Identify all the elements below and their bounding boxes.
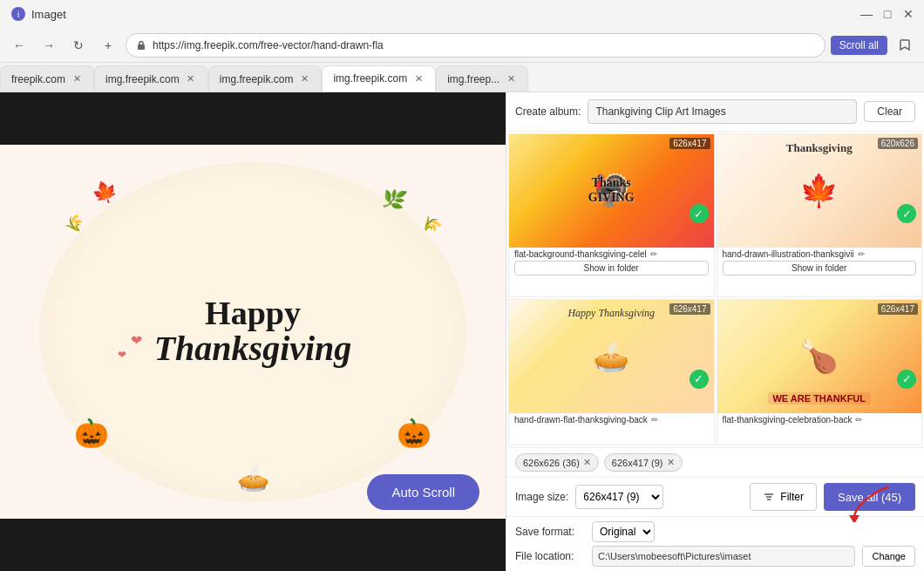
thumb-emoji-2: 🥧 bbox=[593, 339, 629, 374]
thumb-text-2: Happy Thanksgiving bbox=[567, 307, 655, 320]
bottom-bar bbox=[0, 519, 506, 571]
top-bar bbox=[0, 92, 506, 145]
clear-button[interactable]: Clear bbox=[864, 101, 915, 122]
leaf-top-right: 🌿 bbox=[379, 185, 408, 213]
tab-close-3[interactable]: ✕ bbox=[412, 72, 425, 85]
image-container: 🍁 🌿 🌾 🌾 🎃 🎃 🥧 ❤ ❤ Happy Thanksgiving bbox=[0, 140, 506, 523]
tab-0[interactable]: freepik.com ✕ bbox=[0, 65, 94, 92]
grid-name-2: hand-drawn-flat-thanksgiving-back ✏ bbox=[514, 415, 709, 425]
browser-viewport: 🍁 🌿 🌾 🌾 🎃 🎃 🥧 ❤ ❤ Happy Thanksgiving Aut… bbox=[0, 92, 506, 571]
format-select[interactable]: Original JPG PNG WebP bbox=[592, 521, 655, 542]
maximize-button[interactable]: □ bbox=[882, 9, 893, 19]
refresh-button[interactable]: ↻ bbox=[66, 33, 91, 58]
tab-close-1[interactable]: ✕ bbox=[185, 73, 197, 85]
tab-close-2[interactable]: ✕ bbox=[298, 73, 310, 85]
back-button[interactable]: ← bbox=[7, 33, 31, 58]
edit-icon-1[interactable]: ✏ bbox=[858, 249, 865, 259]
grid-dims-0: 626x417 bbox=[669, 138, 710, 149]
file-info: Save format: Original JPG PNG WebP File … bbox=[506, 516, 924, 571]
forward-button[interactable]: → bbox=[37, 33, 61, 58]
minimize-button[interactable]: — bbox=[861, 9, 872, 19]
show-folder-1[interactable]: Show in folder bbox=[723, 261, 917, 275]
size-tag-0[interactable]: 626x626 (36) ✕ bbox=[515, 453, 599, 472]
album-header: Create album: Clear bbox=[506, 92, 924, 132]
svg-rect-2 bbox=[138, 44, 145, 50]
bookmark-button[interactable] bbox=[893, 33, 917, 58]
address-bar[interactable]: https://img.freepik.com/free-vector/hand… bbox=[126, 33, 825, 58]
grid-item-1[interactable]: 🍁 Thanksgiving 620x626 ✓ hand-drawn-illu… bbox=[717, 133, 923, 297]
main-content: 🍁 🌿 🌾 🌾 🎃 🎃 🥧 ❤ ❤ Happy Thanksgiving Aut… bbox=[0, 92, 924, 571]
tab-label-1: img.freepik.com bbox=[105, 73, 180, 85]
location-row: File location: Change bbox=[515, 546, 915, 567]
album-input[interactable] bbox=[588, 99, 857, 124]
size-tags-row: 626x626 (36) ✕ 626x417 (9) ✕ bbox=[506, 447, 924, 477]
branch-right: 🌾 bbox=[418, 210, 445, 237]
save-all-button[interactable]: Save all (45) bbox=[824, 483, 915, 511]
grid-name-3: flat-thanksgiving-celebration-back ✏ bbox=[723, 415, 917, 425]
tab-close-0[interactable]: ✕ bbox=[71, 73, 83, 85]
size-tag-remove-0[interactable]: ✕ bbox=[583, 457, 591, 468]
grid-info-1: hand-drawn-illustration-thanksgivii ✏ Sh… bbox=[717, 248, 922, 279]
grid-info-3: flat-thanksgiving-celebration-back ✏ bbox=[717, 413, 922, 428]
new-tab-button[interactable]: + bbox=[96, 33, 120, 58]
check-icon-1: ✓ bbox=[897, 204, 916, 223]
thumb-banner-3: WE ARE THANKFUL bbox=[767, 392, 871, 404]
svg-text:i: i bbox=[17, 10, 19, 19]
filter-label: Filter bbox=[780, 491, 804, 503]
tab-3[interactable]: img.freepik.com ✕ bbox=[322, 65, 436, 92]
browser-bar: ← → ↻ + https://img.freepik.com/free-vec… bbox=[0, 28, 924, 63]
pumpkin-left: 🎃 bbox=[74, 417, 109, 450]
url-text: https://img.freepik.com/free-vector/hand… bbox=[153, 39, 384, 51]
file-location-input[interactable] bbox=[592, 546, 855, 567]
save-controls-container: Image size: 626x417 (9) 626x626 (36) All… bbox=[506, 477, 924, 516]
grid-thumb-1: 🍁 Thanksgiving 620x626 ✓ bbox=[717, 134, 922, 248]
thumb-text-1: Thanksgiving bbox=[786, 141, 853, 155]
size-tag-1[interactable]: 626x417 (9) ✕ bbox=[604, 453, 683, 472]
close-button[interactable]: ✕ bbox=[903, 9, 914, 19]
scroll-all-button[interactable]: Scroll all bbox=[831, 36, 887, 55]
tab-label-0: freepik.com bbox=[11, 73, 65, 85]
edit-icon-0[interactable]: ✏ bbox=[650, 249, 657, 259]
edit-icon-2[interactable]: ✏ bbox=[651, 415, 658, 425]
window-controls: — □ ✕ bbox=[861, 9, 914, 19]
app-logo: i Imaget bbox=[10, 6, 66, 22]
tab-close-4[interactable]: ✕ bbox=[505, 73, 517, 85]
size-tag-label-0: 626x626 (36) bbox=[523, 458, 580, 468]
tab-4[interactable]: img.freep... ✕ bbox=[436, 65, 528, 92]
filter-button[interactable]: Filter bbox=[750, 483, 817, 511]
thanksgiving-oval: 🍁 🌿 🌾 🌾 🎃 🎃 🥧 ❤ ❤ Happy Thanksgiving bbox=[39, 162, 466, 502]
heart-small: ❤ bbox=[118, 349, 126, 361]
format-row: Save format: Original JPG PNG WebP bbox=[515, 521, 915, 542]
tab-bar: freepik.com ✕ img.freepik.com ✕ img.free… bbox=[0, 63, 924, 92]
branch-left: 🌾 bbox=[62, 210, 89, 237]
check-icon-2: ✓ bbox=[690, 370, 709, 389]
change-button[interactable]: Change bbox=[862, 546, 915, 567]
tab-1[interactable]: img.freepik.com ✕ bbox=[94, 65, 208, 92]
app-icon: i bbox=[10, 6, 26, 22]
tab-label-2: img.freepik.com bbox=[220, 73, 294, 85]
edit-icon-3[interactable]: ✏ bbox=[855, 415, 862, 425]
title-line2: Thanksgiving bbox=[154, 329, 352, 368]
grid-thumb-0: 🦃 ThanksGIVING 626x417 ✓ bbox=[509, 134, 714, 248]
show-folder-0[interactable]: Show in folder bbox=[514, 261, 709, 275]
file-location-label: File location: bbox=[515, 550, 585, 562]
image-size-select[interactable]: 626x417 (9) 626x626 (36) All sizes bbox=[575, 485, 663, 509]
right-panel: Create album: Clear 🦃 ThanksGIVING 626x4… bbox=[506, 92, 924, 571]
save-controls: Image size: 626x417 (9) 626x626 (36) All… bbox=[506, 477, 924, 516]
leaf-top-left: 🍁 bbox=[88, 175, 121, 207]
grid-item-2[interactable]: 🥧 Happy Thanksgiving 626x417 ✓ hand-draw… bbox=[508, 299, 715, 446]
bookmark-icon bbox=[898, 38, 912, 52]
tab-2[interactable]: img.freepik.com ✕ bbox=[208, 65, 323, 92]
save-format-label: Save format: bbox=[515, 526, 585, 538]
titlebar: i Imaget — □ ✕ bbox=[0, 0, 924, 28]
thumb-overlay-0: ThanksGIVING bbox=[588, 176, 635, 206]
grid-item-3[interactable]: 🍗 WE ARE THANKFUL 626x417 ✓ flat-thanksg… bbox=[717, 299, 923, 446]
grid-name-1: hand-drawn-illustration-thanksgivii ✏ bbox=[723, 249, 917, 259]
tab-label-4: img.freep... bbox=[447, 73, 499, 85]
grid-dims-3: 626x417 bbox=[878, 303, 918, 315]
pie-bottom: 🥧 bbox=[237, 463, 269, 493]
image-title: Happy Thanksgiving bbox=[154, 296, 352, 368]
auto-scroll-button[interactable]: Auto Scroll bbox=[367, 474, 479, 510]
size-tag-remove-1[interactable]: ✕ bbox=[667, 457, 675, 468]
grid-item-0[interactable]: 🦃 ThanksGIVING 626x417 ✓ flat-background… bbox=[508, 133, 715, 297]
